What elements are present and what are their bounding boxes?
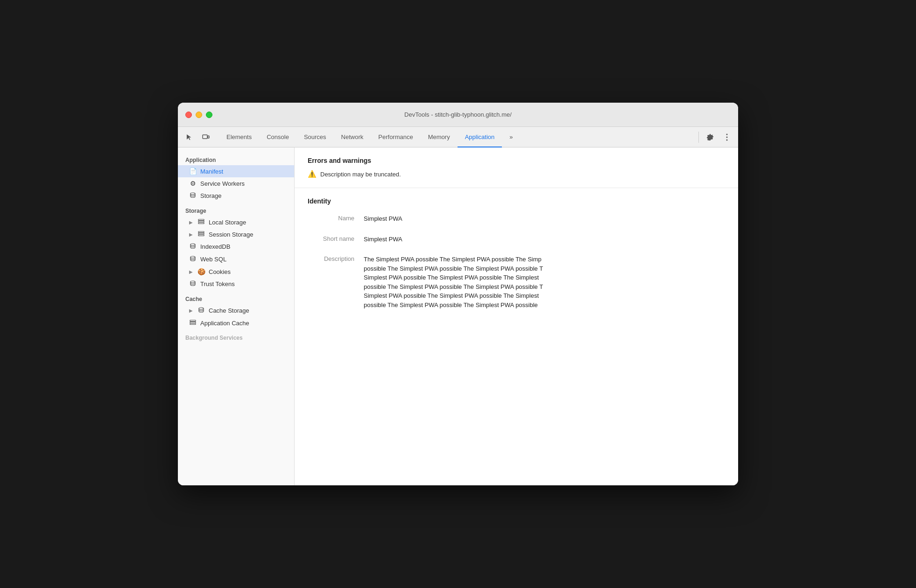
cache-storage-icon [197, 307, 205, 315]
sidebar-item-session-storage[interactable]: ▶ Session Storage [178, 228, 294, 240]
svg-rect-9 [198, 231, 204, 233]
svg-rect-17 [190, 322, 196, 323]
websql-icon [189, 255, 197, 263]
sidebar-item-label-storage-app: Storage [200, 192, 222, 199]
indexeddb-icon [189, 243, 197, 251]
svg-rect-1 [208, 136, 209, 138]
identity-row-name: Name Simplest PWA [308, 214, 725, 224]
sidebar-item-label-service-workers: Service Workers [200, 180, 245, 187]
tab-console[interactable]: Console [259, 127, 296, 147]
tabs: Elements Console Sources Network Perform… [219, 127, 693, 147]
toolbar-left [182, 127, 213, 147]
identity-row-short-name: Short name Simplest PWA [308, 235, 725, 244]
tab-memory[interactable]: Memory [421, 127, 458, 147]
svg-rect-11 [198, 235, 204, 236]
label-name: Name [308, 214, 364, 222]
content-panel: Errors and warnings ⚠️ Description may b… [295, 147, 738, 485]
svg-rect-6 [198, 219, 204, 221]
svg-point-12 [190, 244, 195, 245]
sidebar-item-label-cache-storage: Cache Storage [209, 307, 249, 314]
devtools-window: DevTools - stitch-glib-typhoon.glitch.me… [178, 103, 738, 485]
toolbar-right [697, 127, 734, 147]
window-title: DevTools - stitch-glib-typhoon.glitch.me… [404, 111, 512, 118]
cursor-icon[interactable] [182, 130, 197, 145]
sidebar-item-label-application-cache: Application Cache [200, 320, 249, 327]
content-inner: Errors and warnings ⚠️ Description may b… [295, 147, 738, 330]
value-name: Simplest PWA [364, 214, 725, 224]
minimize-button[interactable] [196, 112, 202, 118]
maximize-button[interactable] [206, 112, 212, 118]
identity-section: Identity Name Simplest PWA Short name Si… [295, 188, 738, 330]
sidebar-item-websql[interactable]: Web SQL [178, 253, 294, 266]
trust-tokens-icon [189, 280, 197, 288]
tab-application[interactable]: Application [458, 127, 502, 147]
sidebar-item-label-websql: Web SQL [200, 256, 226, 263]
more-options-icon[interactable] [719, 130, 734, 145]
tab-sources[interactable]: Sources [296, 127, 334, 147]
sidebar-item-local-storage[interactable]: ▶ Local Storage [178, 216, 294, 228]
sidebar-item-trust-tokens[interactable]: Trust Tokens [178, 278, 294, 290]
value-description: The Simplest PWA possible The Simplest P… [364, 255, 653, 309]
sidebar-section-cache: Cache [178, 290, 294, 304]
local-storage-icon [197, 218, 205, 226]
warning-row: ⚠️ Description may be truncated. [308, 170, 725, 178]
svg-rect-16 [190, 320, 196, 322]
service-workers-icon: ⚙ [189, 180, 197, 187]
cookies-icon: 🍪 [197, 268, 205, 275]
sidebar-item-label-cookies: Cookies [209, 268, 231, 275]
tab-performance[interactable]: Performance [371, 127, 420, 147]
identity-title: Identity [308, 197, 725, 205]
label-short-name: Short name [308, 235, 364, 242]
manifest-icon: 📄 [189, 168, 197, 175]
sidebar-item-storage-app[interactable]: Storage [178, 189, 294, 202]
main-area: Application 📄 Manifest ⚙ Service Workers… [178, 147, 738, 485]
svg-rect-18 [190, 323, 196, 325]
titlebar: DevTools - stitch-glib-typhoon.glitch.me… [178, 103, 738, 127]
svg-point-15 [199, 308, 204, 309]
arrow-icon-local-storage: ▶ [189, 220, 193, 225]
svg-rect-10 [198, 233, 204, 235]
settings-icon[interactable] [703, 130, 718, 145]
sidebar-section-storage: Storage [178, 202, 294, 216]
tab-network[interactable]: Network [334, 127, 371, 147]
warning-icon: ⚠️ [308, 170, 317, 178]
sidebar-item-cookies[interactable]: ▶ 🍪 Cookies [178, 266, 294, 278]
arrow-icon-session-storage: ▶ [189, 232, 193, 237]
svg-point-3 [726, 136, 728, 138]
divider [698, 132, 699, 143]
sidebar-item-label-local-storage: Local Storage [209, 219, 246, 226]
sidebar-item-indexeddb[interactable]: IndexedDB [178, 240, 294, 253]
sidebar-item-manifest[interactable]: 📄 Manifest [178, 165, 294, 177]
sidebar-item-label-trust-tokens: Trust Tokens [200, 280, 235, 287]
traffic-lights [185, 112, 212, 118]
sidebar-item-service-workers[interactable]: ⚙ Service Workers [178, 177, 294, 189]
sidebar-item-label-session-storage: Session Storage [209, 231, 253, 238]
toolbar: Elements Console Sources Network Perform… [178, 127, 738, 147]
tab-elements[interactable]: Elements [219, 127, 259, 147]
sidebar-section-application: Application [178, 151, 294, 165]
svg-rect-8 [198, 223, 204, 224]
sidebar-item-cache-storage[interactable]: ▶ Cache Storage [178, 304, 294, 317]
more-tabs-button[interactable]: » [502, 127, 520, 147]
close-button[interactable] [185, 112, 192, 118]
storage-app-icon [189, 192, 197, 200]
svg-point-2 [726, 133, 728, 135]
sidebar-item-label-manifest: Manifest [200, 168, 223, 175]
device-toolbar-icon[interactable] [198, 130, 213, 145]
sidebar: Application 📄 Manifest ⚙ Service Workers… [178, 147, 295, 485]
svg-point-14 [190, 281, 195, 283]
identity-row-description: Description The Simplest PWA possible Th… [308, 255, 725, 309]
sidebar-section-background: Background Services [178, 329, 294, 343]
arrow-icon-cookies: ▶ [189, 269, 193, 274]
svg-point-5 [190, 193, 195, 195]
svg-rect-0 [203, 135, 207, 139]
svg-point-4 [726, 139, 728, 140]
warning-text: Description may be truncated. [320, 171, 401, 178]
arrow-icon-cache-storage: ▶ [189, 308, 193, 313]
sidebar-item-application-cache[interactable]: Application Cache [178, 317, 294, 329]
sidebar-item-label-indexeddb: IndexedDB [200, 243, 230, 250]
svg-rect-7 [198, 221, 204, 223]
value-short-name: Simplest PWA [364, 235, 725, 244]
svg-point-13 [190, 256, 195, 258]
session-storage-icon [197, 231, 205, 238]
